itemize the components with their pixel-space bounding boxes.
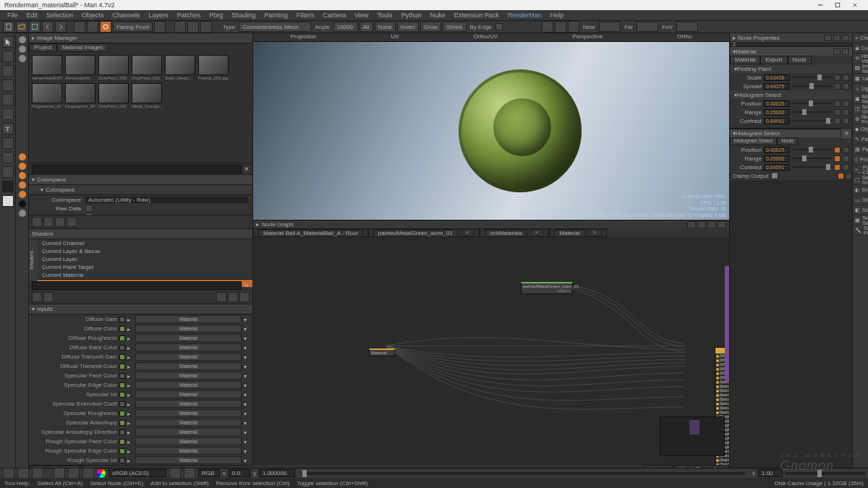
colorspace-subheader[interactable]: ▾Colorspace — [29, 185, 252, 195]
ng-tab-root[interactable]: Material Ball A_MaterialBall_A - Root — [253, 228, 368, 237]
color-swatch[interactable] — [119, 373, 125, 379]
menu-help[interactable]: Help — [546, 12, 569, 19]
dock-tab-projectors[interactable]: ▯Projectors — [853, 155, 868, 165]
menu-nuke[interactable]: Nuke — [426, 12, 450, 19]
mat-tab-node[interactable]: Node — [788, 56, 812, 64]
np-opt-icon[interactable] — [825, 35, 832, 41]
open-icon[interactable] — [16, 21, 27, 33]
eraser-icon[interactable] — [2, 166, 14, 178]
color-swatch[interactable] — [119, 392, 125, 398]
far-field[interactable] — [637, 22, 658, 32]
unlink-icon[interactable]: ▾ — [244, 326, 250, 332]
pin-icon[interactable] — [838, 173, 844, 179]
dock-tab-image-manager[interactable]: 🖼Image Manager — [853, 64, 868, 74]
reset-icon[interactable] — [843, 118, 849, 124]
unlink-icon[interactable]: ▾ — [244, 364, 250, 369]
color-swatch[interactable] — [119, 326, 125, 332]
vtab-projection[interactable]: Projection — [291, 33, 317, 41]
dock-tab-painting[interactable]: ✎Painting — [853, 134, 868, 145]
dot-icon[interactable] — [19, 163, 26, 170]
node-properties-header[interactable]: ▸ Node Properties — [730, 33, 852, 42]
eyedropper-icon[interactable] — [2, 137, 14, 149]
input-source-dropdown[interactable]: Material — [135, 353, 242, 361]
undo-icon[interactable] — [42, 21, 54, 33]
chip-all[interactable]: All — [359, 22, 373, 32]
unlink-icon[interactable]: ▾ — [244, 317, 250, 322]
mat-close-icon[interactable] — [842, 48, 849, 55]
dock-tab-tool-properties[interactable]: 🔧Tool Properties — [853, 226, 868, 236]
tab-material-images[interactable]: Material Images — [57, 43, 109, 52]
np-opt-icon[interactable] — [833, 35, 841, 41]
unlink-icon[interactable]: ▾ — [244, 392, 250, 398]
pxr-input-port[interactable]: Specular Edge Color — [715, 384, 729, 388]
input-source-dropdown[interactable]: Material — [135, 325, 242, 333]
mat-tab-export[interactable]: Export — [760, 56, 787, 64]
byedge-checkbox[interactable] — [495, 23, 503, 30]
ng-tab-rich[interactable]: richMaterials✕ — [480, 228, 549, 237]
pin-icon[interactable] — [834, 109, 841, 116]
image-thumbnail[interactable]: Stain_Medium05 — [165, 55, 195, 80]
prop-slider[interactable] — [792, 158, 832, 159]
select-wand-icon[interactable] — [200, 21, 212, 33]
prop-slider[interactable] — [792, 77, 832, 78]
pin-icon[interactable] — [834, 100, 841, 107]
unlink-icon[interactable]: ▾ — [244, 420, 250, 426]
prop-value-field[interactable]: 0.40625 — [764, 100, 790, 107]
cam-frame-icon[interactable] — [568, 21, 579, 33]
prop-value-field[interactable]: 0.84591 — [764, 118, 790, 124]
ng-opt2-icon[interactable] — [697, 221, 706, 228]
shader-opt-icon[interactable] — [228, 292, 238, 302]
nodegraph-canvas[interactable]: paintedMetalGreen_worn_01output ▸ Materi… — [253, 237, 729, 465]
menu-renderman[interactable]: RenderMan — [503, 12, 546, 19]
prop-value-field[interactable]: 0.44375 — [764, 83, 790, 90]
reset-icon[interactable] — [843, 109, 849, 116]
link-icon[interactable]: ▸ — [127, 382, 133, 388]
reset-icon[interactable] — [843, 164, 849, 171]
angle-field[interactable]: 10000 — [333, 22, 358, 32]
node-material-in[interactable]: Material — [369, 348, 395, 356]
color-swatch[interactable] — [119, 364, 125, 369]
menu-python[interactable]: Python — [397, 12, 426, 19]
pin-icon[interactable] — [834, 83, 841, 90]
shader-list-item[interactable]: Current Layer & Below — [38, 247, 252, 255]
link-icon[interactable]: ▸ — [127, 326, 133, 332]
unlink-icon[interactable]: ▾ — [244, 411, 250, 416]
link-icon[interactable]: ▸ — [127, 335, 133, 341]
zoom-field[interactable]: 1.00 — [758, 469, 783, 477]
dot-icon[interactable] — [19, 36, 26, 43]
dock-tab-channels[interactable]: ≡Channels — [853, 33, 868, 43]
shader-list-item[interactable]: Current Material — [38, 271, 252, 279]
window-close-button[interactable] — [846, 0, 864, 10]
dock-tab-shaders[interactable]: ◐Shaders — [853, 185, 868, 195]
pxr-input-port[interactable]: Specular Extinction — [715, 397, 729, 401]
gamma-slider[interactable] — [302, 472, 745, 475]
pin-icon[interactable] — [834, 118, 841, 124]
window-minimize-button[interactable] — [812, 0, 829, 10]
np-opt-icon[interactable] — [842, 35, 849, 41]
unlink-icon[interactable]: ▾ — [244, 429, 250, 435]
select-lasso-icon[interactable] — [187, 21, 199, 33]
chip-shrink[interactable]: Shrink — [443, 22, 467, 32]
unlink-icon[interactable]: ▾ — [244, 373, 250, 379]
shaders-header[interactable]: Shaders — [29, 229, 252, 239]
ng-opt3-icon[interactable] — [707, 221, 716, 228]
menu-patches[interactable]: Patches — [173, 12, 205, 19]
histogram2-header[interactable]: ▾Histogram Select ✕ — [730, 129, 852, 137]
prop-slider[interactable] — [792, 166, 832, 168]
input-source-dropdown[interactable]: Material — [135, 456, 242, 464]
pxr-input-port[interactable]: Specular Roughness — [715, 401, 729, 406]
type-dropdown[interactable]: Connectedness Mesh — [239, 22, 311, 32]
text-icon[interactable]: T — [2, 123, 14, 134]
reset-icon[interactable] — [843, 155, 849, 162]
menu-channels[interactable]: Channels — [109, 12, 145, 19]
reset-icon[interactable] — [846, 173, 852, 179]
clear-icon[interactable]: ✕ — [244, 282, 250, 289]
color-swatch[interactable] — [119, 458, 125, 463]
image-thumbnail[interactable]: serverAcesEXP — [32, 55, 62, 80]
dock-tab-shelf[interactable]: ▭Shelf — [853, 195, 868, 205]
dock-tab-texture-sets[interactable]: ▦Texture Sets — [853, 215, 868, 226]
marquee-icon[interactable] — [2, 94, 14, 106]
vtab-ortho[interactable]: Ortho — [677, 33, 692, 41]
unlink-icon[interactable]: ▾ — [244, 401, 250, 407]
shader-del-icon[interactable] — [216, 292, 226, 302]
